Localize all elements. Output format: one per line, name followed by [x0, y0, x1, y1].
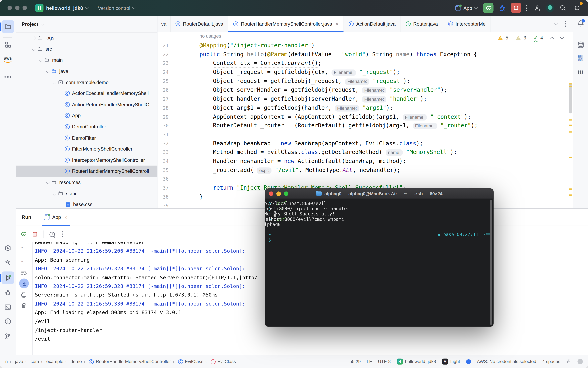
editor-tab[interactable]: RouterHandlerMemoryShellController.java — [228, 16, 344, 32]
print-icon[interactable] — [21, 292, 27, 298]
editor-tab[interactable]: InterceptorMe — [443, 16, 491, 32]
line-separator[interactable]: LF — [367, 359, 372, 364]
avatar[interactable] — [546, 4, 554, 12]
code-editor[interactable]: no usages 21 @Mapping("/inject-router-ha… — [158, 32, 573, 208]
close-tab-icon[interactable] — [336, 21, 339, 27]
run-panel-title[interactable]: Run — [22, 214, 31, 220]
expand-collapse-icon[interactable] — [38, 59, 43, 61]
vcs-widget[interactable]: Version control — [98, 5, 135, 11]
zoom-window-button[interactable] — [284, 191, 288, 196]
terminal-window[interactable]: alphag0 — alphag0@MacBook Air — ~ — -zsh… — [265, 188, 494, 327]
soft-wrap-icon[interactable] — [21, 269, 27, 276]
settings-button[interactable] — [572, 3, 582, 13]
breadcrumb-item[interactable]: EvilClass — [205, 359, 236, 364]
tree-item[interactable]: ActionExecuteHandlerMemoryShell — [16, 88, 158, 99]
tool-terminal-button[interactable] — [2, 301, 14, 313]
close-window-button[interactable] — [8, 6, 12, 10]
tab-options-menu[interactable] — [564, 20, 568, 28]
previous-problem-icon[interactable] — [550, 37, 554, 40]
profiler-gauge-icon[interactable] — [49, 231, 56, 238]
clear-console-icon[interactable] — [21, 302, 27, 309]
tool-vcs-button[interactable] — [2, 330, 14, 343]
debug-button[interactable] — [497, 3, 507, 13]
tree-item[interactable]: DemoFilter — [16, 132, 158, 143]
inspections-widget[interactable]: 5 3 ✓ 4 — [498, 35, 563, 40]
status-gray-dot[interactable] — [578, 359, 583, 364]
stop-button[interactable] — [511, 3, 521, 13]
indent-setting[interactable]: 4 spaces — [542, 359, 560, 364]
tool-services-button[interactable] — [2, 242, 14, 255]
tree-item[interactable]: main — [16, 55, 158, 65]
tool-problems-button[interactable] — [2, 315, 14, 328]
editor-tab[interactable]: Router.java — [401, 16, 443, 32]
down-stacktrace-icon[interactable]: ↓ — [21, 257, 23, 263]
expand-collapse-icon[interactable] — [45, 181, 50, 184]
tree-item[interactable]: DemoController — [16, 121, 158, 132]
caret-position[interactable]: 55:29 — [349, 359, 360, 364]
zoom-window-button[interactable] — [23, 6, 27, 10]
breadcrumb-item[interactable]: example — [41, 359, 63, 364]
up-stacktrace-icon[interactable]: ↑ — [21, 245, 23, 251]
tree-item[interactable]: java — [16, 66, 158, 77]
tree-item[interactable]: InterceptorMemoryShellController — [16, 155, 158, 166]
usages-hint[interactable]: no usages — [200, 33, 221, 39]
tool-maven-button[interactable]: m — [574, 65, 587, 78]
tab-list-dropdown-icon[interactable] — [554, 21, 558, 25]
tool-structure-button[interactable] — [2, 38, 14, 51]
warning-count[interactable]: 5 — [506, 35, 508, 40]
tool-project-button[interactable] — [2, 20, 14, 33]
close-run-tab-icon[interactable] — [64, 215, 67, 220]
tool-database-button[interactable] — [574, 38, 587, 51]
search-everywhere-button[interactable] — [558, 3, 568, 13]
tool-aws-button[interactable]: aws — [2, 53, 14, 66]
minimize-window-button[interactable] — [276, 191, 281, 196]
breadcrumb-item[interactable]: java — [9, 359, 23, 364]
terminal-content[interactable]: ❯ curl http://localhost:8080/evil ❯ curl… — [265, 199, 494, 327]
tree-item[interactable]: FilterMemoryShellController — [16, 143, 158, 154]
rerun-icon[interactable] — [20, 231, 26, 237]
minimize-window-button[interactable] — [15, 6, 20, 10]
tree-item[interactable]: src — [16, 44, 158, 55]
run-configuration-selector[interactable]: App — [453, 4, 480, 12]
expand-collapse-icon[interactable] — [31, 37, 36, 39]
notifications-button[interactable] — [574, 17, 587, 30]
scrollbar-thumb[interactable] — [569, 83, 572, 113]
editor-tab[interactable]: ActionDefault.java — [344, 16, 401, 32]
tree-item[interactable]: resources — [16, 177, 158, 188]
tool-bytecode-button[interactable]: 100110110111010 — [574, 52, 587, 65]
tool-run-button[interactable] — [2, 271, 14, 284]
next-problem-icon[interactable] — [560, 35, 564, 39]
expand-collapse-icon[interactable] — [52, 81, 57, 83]
project-widget[interactable]: helloworld_jdk8 — [35, 4, 88, 12]
tree-item[interactable]: com.example.demo — [16, 77, 158, 88]
tree-item[interactable]: RouterHandlerMemoryShellControll — [16, 166, 158, 177]
breadcrumb-item[interactable]: n — [5, 359, 8, 364]
expand-collapse-icon[interactable] — [31, 48, 36, 50]
breadcrumb-item[interactable]: com — [25, 359, 39, 364]
project-panel-header[interactable]: Project — [16, 16, 158, 33]
more-actions-menu[interactable] — [525, 4, 529, 12]
console-options-menu[interactable] — [61, 230, 65, 239]
file-encoding[interactable]: UTF-8 — [378, 359, 391, 364]
terminal-titlebar[interactable]: alphag0 — alphag0@MacBook Air — ~ — -zsh… — [265, 188, 494, 199]
weak-warning-count[interactable]: 3 — [524, 35, 526, 40]
scroll-to-end-icon[interactable] — [19, 278, 29, 288]
close-window-button[interactable] — [269, 191, 273, 196]
breadcrumb-item[interactable]: EvilClass — [172, 359, 203, 364]
project-status-widget[interactable]: helloworld_jdk8 — [397, 359, 436, 365]
unlocked-icon[interactable] — [566, 359, 571, 364]
run-tab-app[interactable]: App — [42, 209, 70, 226]
tree-item[interactable]: static — [16, 188, 158, 199]
terminal-scrollbar[interactable] — [490, 200, 492, 325]
typo-count[interactable]: 4 — [540, 35, 543, 40]
tool-build-button[interactable] — [2, 257, 14, 269]
rerun-button[interactable] — [483, 3, 494, 13]
status-blue-dot[interactable] — [466, 359, 471, 364]
error-stripe[interactable] — [568, 32, 573, 208]
aws-credentials-status[interactable]: AWS: No credentials selected — [477, 359, 536, 364]
breadcrumb-item[interactable]: demo — [65, 359, 82, 364]
expand-collapse-icon[interactable] — [45, 70, 50, 72]
more-tool-windows-button[interactable] — [2, 71, 14, 83]
expand-collapse-icon[interactable] — [52, 192, 57, 195]
breadcrumb-item[interactable]: RouterHandlerMemoryShellController — [83, 359, 171, 364]
